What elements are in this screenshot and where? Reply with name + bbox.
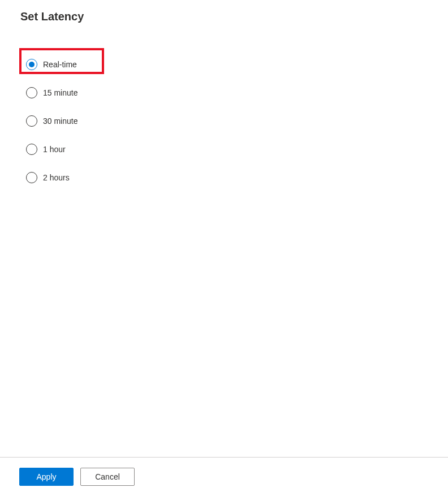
option-15-minute[interactable]: 15 minute xyxy=(26,79,448,107)
option-label: 1 hour xyxy=(43,145,66,154)
radio-icon xyxy=(26,172,37,183)
radio-icon xyxy=(26,59,37,70)
radio-icon xyxy=(26,115,37,127)
panel-footer: Apply Cancel xyxy=(0,457,448,496)
latency-options: Real-time 15 minute 30 minute 1 hour 2 h… xyxy=(0,50,448,457)
option-1-hour[interactable]: 1 hour xyxy=(26,135,448,163)
option-label: 2 hours xyxy=(43,173,70,182)
option-label: 15 minute xyxy=(43,88,77,97)
option-label: 30 minute xyxy=(43,117,77,126)
option-30-minute[interactable]: 30 minute xyxy=(26,107,448,135)
cancel-button[interactable]: Cancel xyxy=(80,468,135,486)
apply-button[interactable]: Apply xyxy=(19,468,74,486)
option-real-time[interactable]: Real-time xyxy=(26,50,448,79)
set-latency-panel: Set Latency Real-time 15 minute 30 minut… xyxy=(0,0,448,496)
panel-title: Set Latency xyxy=(0,10,448,23)
option-2-hours[interactable]: 2 hours xyxy=(26,163,448,192)
option-label: Real-time xyxy=(43,60,77,69)
radio-icon xyxy=(26,87,37,98)
radio-icon xyxy=(26,144,37,155)
